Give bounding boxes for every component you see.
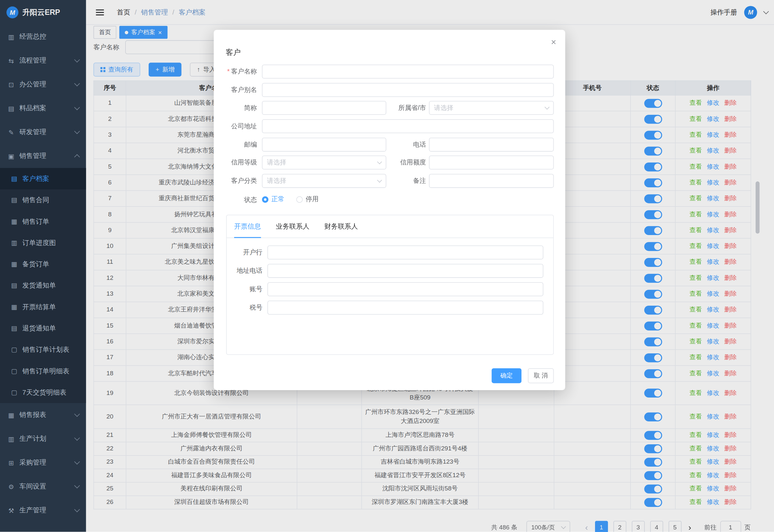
category-remark-row: 客户分类 请选择 备注 bbox=[226, 174, 554, 188]
customer-alias-row: 客户别名 bbox=[226, 83, 554, 97]
modal-tabs: 开票信息业务联系人财务联系人 bbox=[227, 215, 553, 238]
credit-limit-label: 信用额度 bbox=[386, 158, 426, 167]
bank-label: 开户行 bbox=[234, 248, 263, 257]
customer-modal: × 客户 *客户名称 客户别名 简称 所属省/市 请选择 公司地址 邮编 电话 bbox=[214, 30, 565, 390]
credit-limit-input[interactable] bbox=[429, 155, 554, 169]
zip-phone-row: 邮编 电话 bbox=[226, 138, 554, 152]
status-row: 状态 正常停用 bbox=[226, 193, 554, 207]
radio-label: 停用 bbox=[306, 195, 319, 204]
invoice-field-row: 账号 bbox=[234, 282, 543, 296]
company-address-label: 公司地址 bbox=[226, 122, 257, 131]
province-label: 所属省/市 bbox=[386, 103, 426, 113]
required-asterisk: * bbox=[227, 68, 230, 75]
phone-input[interactable] bbox=[429, 138, 554, 152]
radio-icon bbox=[262, 196, 268, 202]
category-label: 客户分类 bbox=[226, 176, 257, 185]
remark-label: 备注 bbox=[386, 176, 426, 185]
account-input[interactable] bbox=[267, 282, 543, 296]
close-icon[interactable]: × bbox=[551, 38, 556, 47]
address_phone-input[interactable] bbox=[267, 264, 543, 278]
modal-title: 客户 bbox=[226, 48, 241, 57]
company-address-input[interactable] bbox=[262, 119, 554, 133]
zip-label: 邮编 bbox=[226, 140, 257, 149]
modal-footer: 确定 取 消 bbox=[491, 368, 554, 383]
cancel-button[interactable]: 取 消 bbox=[528, 368, 554, 383]
tab-finance[interactable]: 财务联系人 bbox=[324, 215, 358, 237]
remark-input[interactable] bbox=[429, 174, 554, 188]
status-radio-normal[interactable]: 正常 bbox=[262, 195, 284, 204]
tab-business[interactable]: 业务联系人 bbox=[276, 215, 309, 237]
customer-name-row: *客户名称 bbox=[226, 64, 554, 78]
short-name-label: 简称 bbox=[226, 103, 257, 113]
bank-input[interactable] bbox=[267, 245, 543, 259]
category-placeholder: 请选择 bbox=[267, 176, 286, 185]
company-address-row: 公司地址 bbox=[226, 119, 554, 133]
province-select[interactable]: 请选择 bbox=[429, 101, 554, 115]
status-label: 状态 bbox=[226, 195, 257, 204]
account-label: 账号 bbox=[234, 285, 263, 294]
chevron-down-icon bbox=[377, 178, 382, 182]
invoice-field-row: 开户行 bbox=[234, 245, 543, 259]
category-select[interactable]: 请选择 bbox=[262, 174, 386, 188]
zip-input[interactable] bbox=[262, 138, 386, 152]
tax_no-input[interactable] bbox=[267, 301, 543, 315]
confirm-button[interactable]: 确定 bbox=[491, 368, 521, 383]
customer-name-label: *客户名称 bbox=[226, 67, 257, 76]
credit-row: 信用等级 请选择 信用额度 bbox=[226, 155, 554, 169]
customer-name-input[interactable] bbox=[262, 64, 554, 78]
phone-label: 电话 bbox=[386, 140, 426, 149]
chevron-down-icon bbox=[545, 105, 550, 110]
short-name-input[interactable] bbox=[262, 101, 386, 115]
customer-alias-input[interactable] bbox=[262, 83, 554, 97]
province-placeholder: 请选择 bbox=[434, 103, 453, 113]
invoice-field-row: 地址电话 bbox=[234, 264, 543, 278]
chevron-down-icon bbox=[377, 159, 382, 164]
contact-tab-card: 开票信息业务联系人财务联系人 开户行地址电话账号税号 bbox=[226, 215, 554, 355]
invoice-fields: 开户行地址电话账号税号 bbox=[227, 245, 553, 314]
status-radio-disabled[interactable]: 停用 bbox=[296, 195, 319, 204]
address_phone-label: 地址电话 bbox=[234, 266, 263, 275]
credit-level-label: 信用等级 bbox=[226, 158, 257, 167]
customer-alias-label: 客户别名 bbox=[226, 85, 257, 94]
app-root: M 升阳云ERP ▥经营总控⇆流程管理⊡办公管理▤料品档案✎研发管理▣销售管理▤… bbox=[0, 0, 774, 532]
tab-invoice[interactable]: 开票信息 bbox=[234, 215, 261, 237]
invoice-field-row: 税号 bbox=[234, 301, 543, 315]
tax_no-label: 税号 bbox=[234, 303, 263, 312]
status-radio-group: 正常停用 bbox=[262, 195, 331, 205]
short-province-row: 简称 所属省/市 请选择 bbox=[226, 101, 554, 115]
radio-icon bbox=[296, 196, 303, 202]
credit-level-select[interactable]: 请选择 bbox=[262, 155, 386, 169]
radio-label: 正常 bbox=[272, 195, 284, 204]
credit-level-placeholder: 请选择 bbox=[267, 158, 286, 167]
